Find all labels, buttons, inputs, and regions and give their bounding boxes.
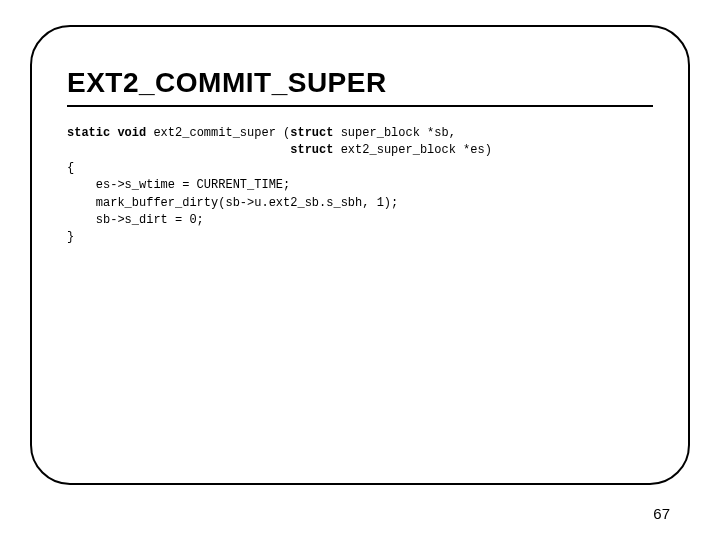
code-text: } bbox=[67, 230, 74, 244]
slide-frame: EXT2_COMMIT_SUPER static void ext2_commi… bbox=[30, 25, 690, 485]
code-keyword: struct bbox=[290, 126, 333, 140]
slide: EXT2_COMMIT_SUPER static void ext2_commi… bbox=[0, 0, 720, 540]
code-block: static void ext2_commit_super (struct su… bbox=[67, 125, 653, 247]
code-text: sb->s_dirt = 0; bbox=[67, 213, 204, 227]
code-text: super_block *sb, bbox=[333, 126, 455, 140]
code-keyword: struct bbox=[290, 143, 333, 157]
code-text: es->s_wtime = CURRENT_TIME; bbox=[67, 178, 290, 192]
code-text: ext2_commit_super ( bbox=[146, 126, 290, 140]
code-text: ext2_super_block *es) bbox=[333, 143, 491, 157]
title-underline bbox=[67, 105, 653, 107]
code-text bbox=[67, 143, 290, 157]
code-text: { bbox=[67, 161, 74, 175]
code-keyword: static void bbox=[67, 126, 146, 140]
code-text: mark_buffer_dirty(sb->u.ext2_sb.s_sbh, 1… bbox=[67, 196, 398, 210]
page-number: 67 bbox=[653, 505, 670, 522]
slide-title: EXT2_COMMIT_SUPER bbox=[67, 67, 653, 99]
